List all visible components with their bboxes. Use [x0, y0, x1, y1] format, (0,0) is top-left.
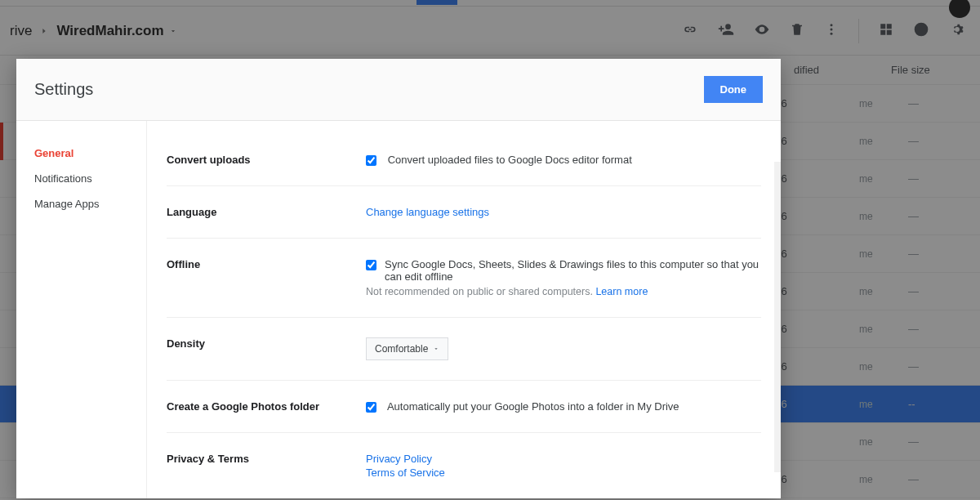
- file-size: —: [908, 210, 919, 222]
- file-owner: me: [859, 173, 908, 185]
- setting-convert-uploads: Convert uploads Convert uploaded files t…: [167, 134, 761, 186]
- chevron-down-icon[interactable]: [169, 24, 177, 38]
- file-date: 016: [769, 210, 859, 222]
- file-date: 016: [769, 473, 859, 485]
- text-convert-uploads: Convert uploaded files to Google Docs ed…: [388, 154, 632, 166]
- file-date: 016: [769, 398, 859, 410]
- file-date: 016: [769, 135, 859, 147]
- topbar: [0, 0, 980, 7]
- settings-content: Upgrade storage Convert uploads Convert …: [147, 121, 781, 498]
- link-privacy-policy[interactable]: Privacy Policy: [366, 453, 761, 465]
- file-size: —: [908, 285, 919, 297]
- setting-density: Density Comfortable: [167, 318, 761, 381]
- svg-point-2: [831, 32, 833, 34]
- density-dropdown[interactable]: Comfortable: [366, 337, 448, 360]
- svg-rect-3: [880, 24, 885, 29]
- file-size: —: [908, 360, 919, 373]
- add-person-icon[interactable]: [718, 21, 734, 41]
- svg-rect-6: [887, 29, 892, 34]
- breadcrumb-root[interactable]: rive: [10, 23, 32, 39]
- link-learn-more[interactable]: Learn more: [595, 286, 648, 297]
- row-accent: [0, 123, 3, 160]
- gear-icon[interactable]: [949, 21, 965, 41]
- modal-body: General Notifications Manage Apps Upgrad…: [16, 121, 781, 498]
- grid-icon[interactable]: [879, 22, 893, 40]
- checkbox-convert-uploads[interactable]: [366, 155, 376, 166]
- label-offline: Offline: [167, 258, 366, 297]
- file-owner: me: [859, 474, 908, 485]
- scrollbar[interactable]: [774, 162, 781, 472]
- density-value: Comfortable: [375, 343, 428, 355]
- checkbox-photos-folder[interactable]: [366, 402, 376, 413]
- tab-indicator: [416, 0, 457, 5]
- setting-offline: Offline Sync Google Docs, Sheets, Slides…: [167, 239, 761, 318]
- link-change-language[interactable]: Change language settings: [366, 206, 489, 218]
- file-size: —: [908, 323, 919, 335]
- column-modified[interactable]: dified: [794, 64, 819, 76]
- chevron-down-icon: [433, 346, 439, 352]
- trash-icon[interactable]: [790, 21, 804, 41]
- svg-point-0: [831, 24, 833, 26]
- sidenav-notifications[interactable]: Notifications: [16, 166, 146, 191]
- modal-header: Settings Done: [16, 59, 781, 121]
- file-date: 016: [769, 285, 859, 297]
- svg-point-7: [915, 22, 929, 36]
- file-date: 016: [769, 172, 859, 185]
- file-owner: me: [859, 136, 908, 147]
- checkbox-offline[interactable]: [366, 260, 376, 270]
- upgrade-storage-link[interactable]: Upgrade storage: [167, 121, 761, 127]
- chevron-right-icon: [40, 24, 48, 38]
- text-offline-sub: Not recommended on public or shared comp…: [366, 286, 593, 297]
- file-owner: me: [859, 324, 908, 335]
- settings-sidenav: General Notifications Manage Apps: [16, 121, 147, 498]
- label-language: Language: [167, 206, 366, 218]
- info-icon[interactable]: [913, 21, 929, 41]
- file-owner: me: [859, 211, 908, 222]
- file-size: —: [908, 473, 919, 485]
- file-owner: me: [859, 286, 908, 297]
- link-icon[interactable]: [682, 21, 698, 41]
- file-size: —: [908, 135, 919, 147]
- file-size: —: [908, 97, 919, 109]
- settings-modal: Settings Done General Notifications Mana…: [16, 59, 781, 498]
- label-privacy: Privacy & Terms: [167, 453, 366, 480]
- breadcrumb-folder[interactable]: WiredMahir.com: [56, 23, 163, 39]
- modal-title: Settings: [34, 80, 704, 99]
- file-date: 016: [769, 248, 859, 260]
- file-owner: me: [859, 436, 908, 448]
- column-size[interactable]: File size: [891, 64, 930, 76]
- eye-icon[interactable]: [754, 21, 770, 41]
- text-offline: Sync Google Docs, Sheets, Slides & Drawi…: [385, 258, 761, 283]
- sidenav-general[interactable]: General: [16, 141, 146, 166]
- setting-privacy: Privacy & Terms Privacy Policy Terms of …: [167, 433, 761, 498]
- svg-rect-5: [880, 29, 885, 34]
- done-button[interactable]: Done: [704, 76, 764, 103]
- file-size: --: [908, 398, 915, 410]
- svg-point-1: [831, 28, 833, 30]
- file-owner: me: [859, 98, 908, 109]
- label-convert-uploads: Convert uploads: [167, 154, 366, 166]
- file-date: M: [769, 435, 859, 448]
- file-size: —: [908, 172, 919, 185]
- toolbar-divider: [858, 19, 859, 43]
- sidenav-manage-apps[interactable]: Manage Apps: [16, 191, 146, 217]
- setting-language: Language Change language settings: [167, 186, 761, 239]
- file-owner: me: [859, 361, 908, 373]
- svg-rect-4: [887, 24, 892, 29]
- file-date: 016: [769, 323, 859, 335]
- label-density: Density: [167, 337, 366, 360]
- file-owner: me: [859, 399, 908, 410]
- text-photos-folder: Automatically put your Google Photos int…: [387, 400, 679, 413]
- file-date: 016: [769, 97, 859, 109]
- file-size: —: [908, 435, 919, 448]
- setting-photos-folder: Create a Google Photos folder Automatica…: [167, 381, 761, 433]
- file-date: 016: [769, 360, 859, 373]
- breadcrumb-row: rive WiredMahir.com: [0, 7, 980, 56]
- toolbar: [682, 19, 965, 43]
- more-icon[interactable]: [824, 21, 839, 41]
- label-photos-folder: Create a Google Photos folder: [167, 400, 366, 413]
- file-owner: me: [859, 248, 908, 260]
- link-terms-of-service[interactable]: Terms of Service: [366, 467, 761, 479]
- file-size: —: [908, 248, 919, 260]
